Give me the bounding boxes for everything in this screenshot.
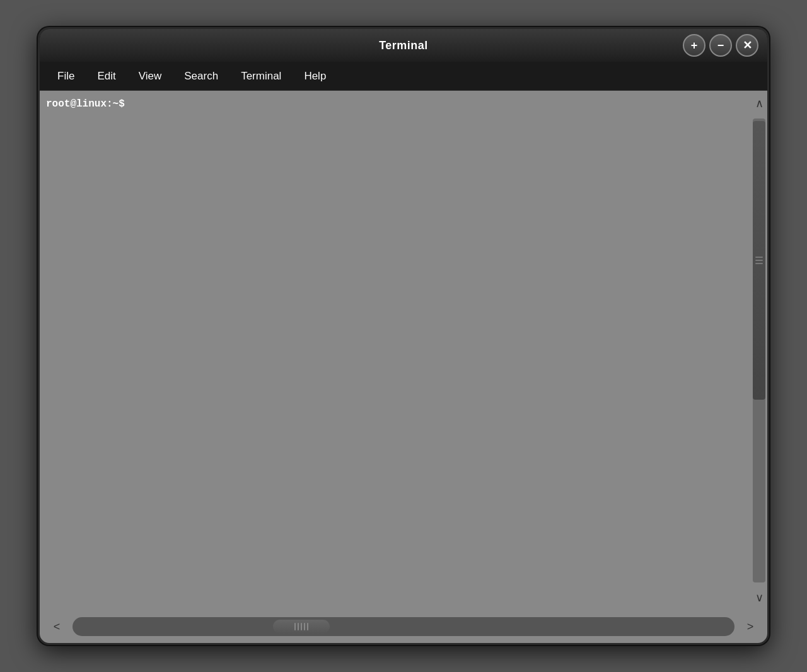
prompt-line: root@linux:~$: [46, 98, 745, 110]
grip-line-1: [755, 257, 763, 258]
add-tab-button[interactable]: +: [683, 34, 705, 57]
scroll-thumb-horizontal[interactable]: [273, 620, 330, 634]
menu-file[interactable]: File: [46, 66, 86, 86]
terminal-content[interactable]: root@linux:~$: [40, 91, 751, 610]
window-title: Terminal: [379, 39, 428, 52]
menu-terminal[interactable]: Terminal: [229, 66, 293, 86]
scrollbar-horizontal: < >: [40, 610, 767, 643]
prompt-text: root@linux:~$: [46, 98, 125, 110]
h-grip-5: [307, 623, 308, 630]
scroll-thumb-vertical[interactable]: [753, 121, 765, 400]
scroll-grip-vertical: [755, 257, 763, 264]
scrollbar-vertical: ∧ ∨: [751, 91, 767, 610]
titlebar: Terminal + − ✕: [40, 29, 767, 62]
menu-edit[interactable]: Edit: [86, 66, 127, 86]
scroll-track-horizontal[interactable]: [73, 617, 734, 636]
menu-help[interactable]: Help: [293, 66, 337, 86]
window-controls: + − ✕: [683, 34, 758, 57]
menu-view[interactable]: View: [127, 66, 173, 86]
minimize-button[interactable]: −: [709, 34, 732, 57]
h-grip-1: [294, 623, 296, 630]
scroll-right-button[interactable]: >: [738, 615, 762, 638]
scroll-up-button[interactable]: ∧: [751, 91, 767, 116]
scroll-down-button[interactable]: ∨: [751, 585, 767, 610]
menu-search[interactable]: Search: [173, 66, 229, 86]
grip-line-2: [755, 260, 763, 261]
scroll-track-vertical[interactable]: [753, 119, 765, 582]
terminal-wrapper: root@linux:~$ ∧ ∨: [40, 91, 767, 610]
scroll-left-button[interactable]: <: [45, 615, 69, 638]
terminal-window: Terminal + − ✕ File Edit View Search Ter…: [38, 27, 769, 645]
h-grip-3: [301, 623, 302, 630]
menubar: File Edit View Search Terminal Help: [40, 62, 767, 91]
h-grip-4: [304, 623, 305, 630]
h-grip-2: [298, 623, 299, 630]
grip-line-3: [755, 263, 763, 264]
close-button[interactable]: ✕: [736, 34, 758, 57]
